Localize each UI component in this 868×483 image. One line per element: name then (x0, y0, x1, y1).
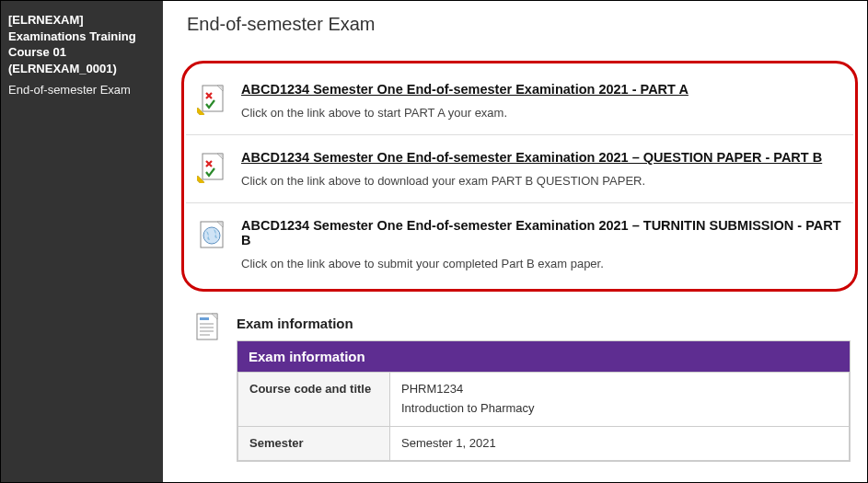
table-row-label: Semester (238, 426, 390, 461)
svg-rect-3 (203, 154, 223, 179)
document-icon (189, 310, 226, 462)
page-title: End-of-semester Exam (187, 14, 860, 35)
breadcrumb-current[interactable]: End-of-semester Exam (8, 82, 156, 98)
content-item-link[interactable]: ABCD1234 Semester One End-of-semester Ex… (241, 150, 844, 165)
exam-information-table-title: Exam information (237, 341, 850, 372)
exam-information-body: Exam information Exam information Course… (226, 310, 851, 462)
test-icon (193, 150, 230, 188)
exam-links-highlight: ABCD1234 Semester One End-of-semester Ex… (181, 61, 858, 292)
content-item-body: ABCD1234 Semester One End-of-semester Ex… (230, 82, 844, 120)
content-item: ABCD1234 Semester One End-of-semester Ex… (186, 67, 853, 135)
content-item: ABCD1234 Semester One End-of-semester Ex… (186, 135, 853, 203)
table-row-label: Course code and title (238, 373, 390, 427)
content-item-link[interactable]: ABCD1234 Semester One End-of-semester Ex… (241, 82, 844, 97)
table-row: Course code and title PHRM1234Introducti… (238, 373, 850, 427)
table-row-value: Semester 1, 2021 (390, 426, 850, 461)
content-item-desc: Click on the link above to start PART A … (241, 106, 844, 120)
svg-rect-11 (200, 317, 209, 320)
table-row: Semester Semester 1, 2021 (238, 426, 850, 461)
globe-icon (193, 218, 230, 270)
content-item: ABCD1234 Semester One End-of-semester Ex… (186, 203, 853, 285)
course-title[interactable]: [ELRNEXAM] Examinations Training Course … (8, 12, 156, 76)
svg-point-8 (203, 227, 220, 244)
exam-information-heading: Exam information (237, 316, 851, 331)
svg-rect-0 (203, 86, 223, 111)
content-item-desc: Click on the link above to download your… (241, 174, 844, 188)
table-row-value: PHRM1234Introduction to Pharmacy (390, 373, 850, 427)
content-item-body: ABCD1234 Semester One End-of-semester Ex… (230, 150, 844, 188)
sidebar: [ELRNEXAM] Examinations Training Course … (1, 1, 163, 482)
content-item-title: ABCD1234 Semester One End-of-semester Ex… (241, 218, 844, 247)
main-content: End-of-semester Exam ABCD1234 Semester O… (163, 1, 867, 482)
exam-information-table: Exam information Course code and title P… (237, 340, 851, 462)
test-icon (193, 82, 230, 120)
content-item-body: ABCD1234 Semester One End-of-semester Ex… (230, 218, 844, 270)
content-item-desc: Click on the link above to submit your c… (241, 257, 844, 270)
exam-information-block: Exam information Exam information Course… (181, 305, 860, 462)
